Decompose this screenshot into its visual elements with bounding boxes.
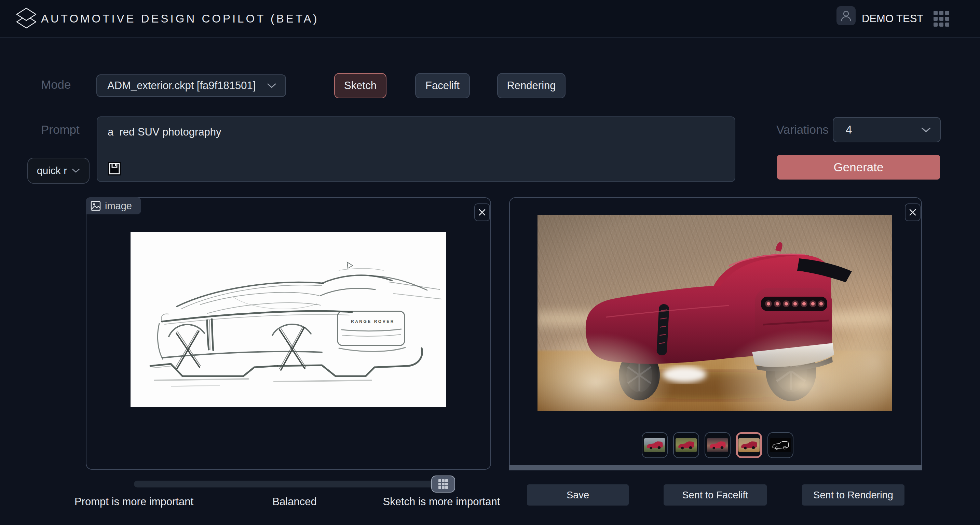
tab-image-label: image: [105, 200, 132, 212]
variations-value: 4: [846, 123, 852, 136]
person-icon: [840, 10, 852, 22]
thumbnail-image: [738, 438, 760, 452]
vignette: [538, 215, 892, 411]
grip-icon: [438, 479, 449, 490]
user-name: DEMO TEST: [862, 0, 923, 38]
image-icon: [91, 201, 101, 211]
tab-rendering-label: Rendering: [507, 79, 555, 92]
save-prompt-icon[interactable]: [108, 162, 121, 176]
thumbnail-image: [676, 438, 697, 452]
generate-button[interactable]: Generate: [777, 155, 940, 179]
close-icon: [478, 209, 486, 216]
variations-label: Variations: [776, 123, 829, 136]
tab-sketch[interactable]: Sketch: [334, 73, 387, 98]
tab-facelift-label: Facelift: [425, 79, 460, 92]
sketch-badge-text: RANGE ROVER: [351, 319, 395, 324]
generated-image: [538, 215, 892, 411]
app-logo-icon: [14, 7, 38, 32]
sent-to-facelift-button[interactable]: Sent to Facelift: [663, 484, 767, 506]
mode-label: Mode: [41, 78, 71, 92]
variation-thumbnails: [642, 432, 794, 458]
thumbnail-variant-1[interactable]: [642, 432, 668, 458]
tab-image-layer[interactable]: image: [86, 197, 141, 214]
suv-pencil-sketch: RANGE ROVER: [130, 232, 446, 407]
prompt-label: Prompt: [41, 123, 80, 136]
quick-preset-label: quick r: [37, 165, 67, 176]
variations-select[interactable]: 4: [833, 117, 941, 142]
sketch-canvas[interactable]: RANGE ROVER: [130, 232, 446, 407]
chevron-down-icon: [921, 127, 931, 133]
thumbnail-image: [770, 438, 791, 452]
save-button[interactable]: Save: [527, 484, 629, 506]
model-select-value: ADM_exterior.ckpt [fa9f181501]: [107, 79, 256, 92]
chevron-down-icon: [72, 168, 80, 173]
tab-sketch-label: Sketch: [344, 79, 377, 92]
thumbnail-variant-5-sketch[interactable]: [767, 432, 794, 458]
slider-label-sketch: Sketch is more important: [383, 496, 500, 508]
close-sketch-panel-button[interactable]: [474, 203, 490, 221]
app-header: AUTOMOTIVE DESIGN COPILOT (BETA) DEMO TE…: [0, 0, 980, 38]
model-select[interactable]: ADM_exterior.ckpt [fa9f181501]: [96, 75, 286, 97]
slider-label-prompt: Prompt is more important: [75, 496, 193, 508]
quick-preset-select[interactable]: quick r: [27, 158, 89, 184]
prompt-box: a red SUV photography: [97, 116, 735, 182]
apps-grid-icon[interactable]: [934, 11, 950, 27]
close-icon: [909, 209, 916, 216]
strength-slider-handle[interactable]: [431, 476, 455, 493]
chevron-down-icon: [267, 82, 277, 89]
close-result-panel-button[interactable]: [905, 203, 921, 221]
horizontal-scrollbar[interactable]: [509, 465, 922, 470]
tab-rendering[interactable]: Rendering: [497, 73, 565, 98]
user-avatar[interactable]: [837, 6, 856, 25]
slider-label-balanced: Balanced: [272, 496, 317, 508]
sent-to-rendering-button[interactable]: Sent to Rendering: [802, 484, 905, 506]
app-title: AUTOMOTIVE DESIGN COPILOT (BETA): [41, 0, 319, 38]
thumbnail-image: [644, 438, 665, 452]
strength-slider-track[interactable]: [134, 481, 455, 487]
thumbnail-variant-3[interactable]: [705, 432, 730, 458]
thumbnail-image: [707, 438, 728, 452]
thumbnail-variant-4-selected[interactable]: [736, 432, 762, 458]
tab-facelift[interactable]: Facelift: [415, 73, 470, 98]
prompt-input[interactable]: a red SUV photography: [97, 117, 735, 181]
thumbnail-variant-2[interactable]: [673, 432, 699, 458]
